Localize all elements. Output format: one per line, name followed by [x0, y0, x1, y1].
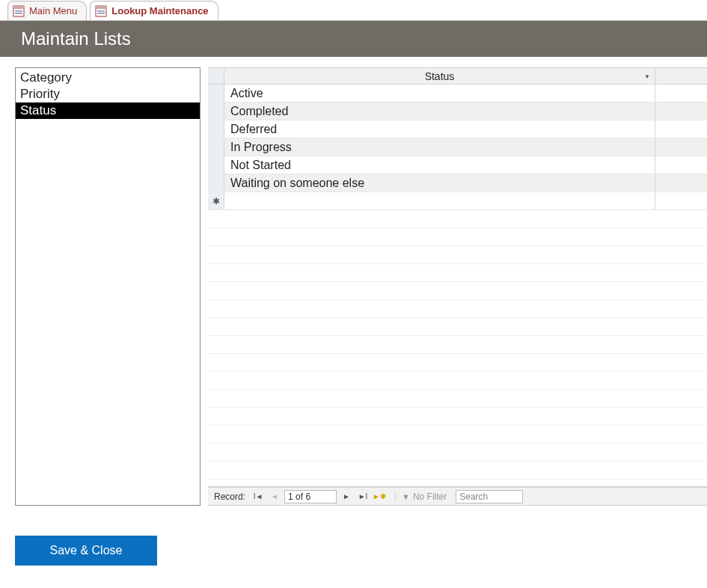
datasheet-body: Active Completed Deferred In Progress No…: [208, 85, 707, 487]
nav-last-icon[interactable]: ►I: [356, 490, 370, 503]
column-dropdown-icon[interactable]: ▼: [644, 73, 650, 79]
nav-prev-icon[interactable]: ◄: [268, 490, 281, 503]
category-list: Category Priority Status: [15, 67, 201, 506]
new-row-marker-icon: ✱: [208, 192, 224, 209]
filter-icon[interactable]: ▼: [402, 492, 410, 501]
main-area: Category Priority Status Status ▼ Active…: [0, 57, 707, 506]
table-row[interactable]: Waiting on someone else: [208, 174, 707, 192]
tab-label: Main Menu: [29, 5, 77, 16]
nav-first-icon[interactable]: I◄: [251, 490, 265, 503]
record-label: Record:: [211, 491, 248, 502]
list-item-status[interactable]: Status: [16, 102, 200, 119]
svg-rect-7: [97, 13, 105, 14]
tab-strip: Main Menu Lookup Maintenance: [0, 0, 707, 21]
row-selector[interactable]: [208, 120, 224, 138]
svg-rect-2: [15, 10, 22, 12]
page-title: Maintain Lists: [21, 28, 131, 49]
table-row[interactable]: In Progress: [208, 138, 707, 156]
column-header-label: Status: [425, 70, 455, 82]
row-selector[interactable]: [208, 138, 224, 156]
page-title-bar: Maintain Lists: [0, 21, 707, 57]
form-icon: [13, 5, 25, 17]
save-close-button[interactable]: Save & Close: [15, 536, 157, 566]
table-row[interactable]: Not Started: [208, 156, 707, 174]
svg-rect-5: [96, 6, 106, 9]
row-selector[interactable]: [208, 85, 224, 102]
filter-section: ▼ No Filter: [395, 491, 447, 502]
search-input[interactable]: Search: [456, 490, 523, 503]
table-row[interactable]: Completed: [208, 102, 707, 120]
list-item-category[interactable]: Category: [16, 70, 200, 86]
row-selector[interactable]: [208, 174, 224, 192]
no-filter-label: No Filter: [413, 491, 447, 502]
svg-rect-6: [97, 10, 105, 12]
table-row[interactable]: Active: [208, 85, 707, 102]
datasheet-empty-area: [208, 210, 707, 487]
table-row[interactable]: Deferred: [208, 120, 707, 138]
svg-rect-1: [13, 6, 24, 9]
tab-label: Lookup Maintenance: [111, 5, 208, 16]
table-row-new[interactable]: ✱: [208, 192, 707, 210]
svg-rect-3: [15, 13, 22, 14]
record-position-input[interactable]: 1 of 6: [284, 490, 337, 503]
datasheet-pane: Status ▼ Active Completed Deferred In Pr…: [208, 67, 707, 506]
row-selector[interactable]: [208, 156, 224, 174]
cell-status-new[interactable]: [224, 192, 655, 209]
tab-main-menu[interactable]: Main Menu: [7, 1, 87, 20]
list-item-priority[interactable]: Priority: [16, 86, 200, 102]
nav-next-icon[interactable]: ►: [340, 490, 353, 503]
row-selector[interactable]: [208, 102, 224, 120]
column-header-status[interactable]: Status ▼: [224, 68, 655, 84]
nav-new-icon[interactable]: ►✱: [373, 490, 386, 503]
row-selector-header[interactable]: [208, 68, 224, 84]
cell-status[interactable]: In Progress: [224, 138, 655, 156]
cell-status[interactable]: Completed: [224, 102, 655, 120]
cell-status[interactable]: Active: [224, 85, 655, 102]
tab-lookup-maintenance[interactable]: Lookup Maintenance: [90, 1, 218, 20]
record-nav-bar: Record: I◄ ◄ 1 of 6 ► ►I ►✱ ▼ No Filter …: [208, 487, 707, 505]
datasheet-header: Status ▼: [208, 68, 707, 85]
form-icon: [95, 5, 107, 17]
cell-status[interactable]: Deferred: [224, 120, 655, 138]
cell-status[interactable]: Waiting on someone else: [224, 174, 655, 192]
cell-status[interactable]: Not Started: [224, 156, 655, 174]
